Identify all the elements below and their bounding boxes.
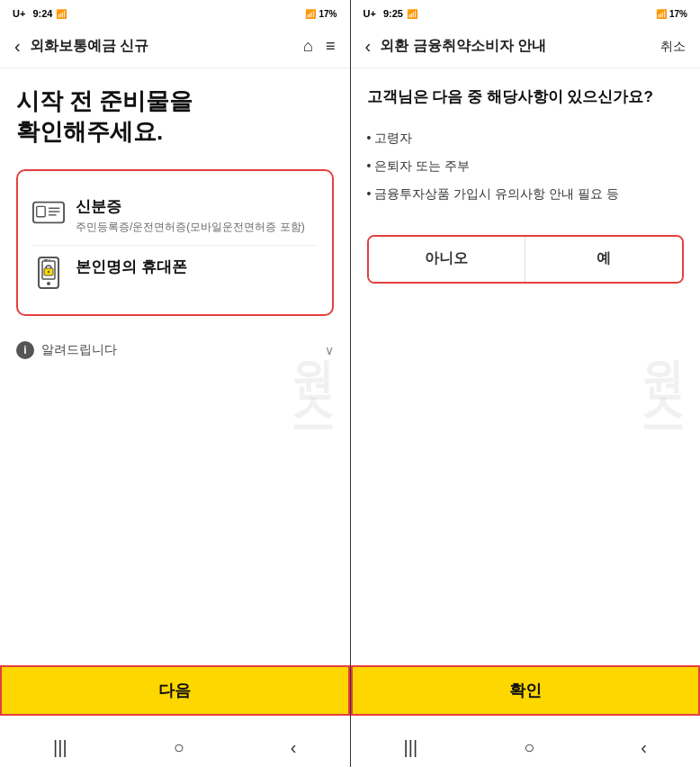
id-title: 신분증 [76, 196, 305, 217]
wifi-icon-left: 📶 [305, 9, 316, 19]
no-button[interactable]: 아니오 [369, 237, 526, 282]
notice-chevron-icon: ∨ [325, 343, 334, 357]
choice-row: 아니오 예 [367, 235, 685, 284]
bullet-item-3: 금융투자상품 가입시 유의사항 안내 필요 등 [367, 180, 685, 208]
question-title: 고객님은 다음 중 해당사항이 있으신가요? [367, 86, 685, 108]
confirm-button[interactable]: 확인 [351, 665, 701, 716]
status-bar-left: U+ 9:24 📶 📶 17% [0, 0, 350, 25]
left-phone: U+ 9:24 📶 📶 17% ‹ 외화보통예금 신규 ⌂ ≡ 원스 시작 전 … [0, 0, 351, 767]
phone-back-icon-left[interactable]: ‹ [291, 737, 297, 758]
nav-icons-left: ⌂ ≡ [303, 37, 335, 56]
nav-title-left: 외화보통예금 신규 [30, 37, 294, 56]
nav-bar-right: ‹ 외환 금융취약소비자 안내 취소 [351, 25, 701, 68]
notice-row[interactable]: i 알려드립니다 ∨ [16, 332, 334, 368]
time-left: 9:24 [32, 8, 52, 19]
id-desc: 주민등록증/운전면허증(모바일운전면허증 포함) [76, 220, 305, 235]
phone-nav-left: ||| ○ ‹ [0, 730, 350, 767]
checklist-text-phone: 본인명의 휴대폰 [76, 257, 187, 280]
svg-rect-1 [37, 206, 45, 216]
svg-rect-8 [44, 259, 48, 261]
battery-text-left: 17% [319, 9, 337, 19]
status-left: U+ 9:24 📶 [13, 8, 67, 19]
battery-text-right: 17% [669, 9, 687, 19]
notice-label: 알려드립니다 [41, 342, 318, 358]
back-button-right[interactable]: ‹ [365, 36, 372, 57]
wifi-icon-right: 📶 [656, 9, 667, 19]
content-left: 원스 시작 전 준비물을 확인해주세요. 신분 [0, 68, 350, 665]
svg-point-9 [49, 259, 50, 261]
bottom-btn-area-left: 다음 [0, 665, 350, 730]
next-button[interactable]: 다음 [0, 665, 350, 716]
right-phone: U+ 9:25 📶 📶 17% ‹ 외환 금융취약소비자 안내 취소 원스 고객… [351, 0, 701, 767]
time-right: 9:25 [383, 8, 403, 19]
bullet-item-2: 은퇴자 또는 주부 [367, 152, 685, 180]
checklist-item-phone: 본인명의 휴대폰 [32, 245, 318, 300]
bottom-btn-area-right: 확인 [351, 665, 701, 730]
phone-title: 본인명의 휴대폰 [76, 257, 187, 277]
phone-back-icon-right[interactable]: ‹ [641, 737, 647, 758]
menu-icon-left[interactable]: ≡ [326, 37, 336, 56]
phone-icon [32, 257, 65, 289]
svg-rect-0 [33, 202, 64, 222]
nav-title-right: 외환 금융취약소비자 안내 [380, 37, 651, 56]
content-right: 원스 고객님은 다음 중 해당사항이 있으신가요? 고령자 은퇴자 또는 주부 … [351, 68, 701, 665]
info-icon: i [16, 341, 34, 359]
home-icon-left[interactable]: ⌂ [303, 37, 313, 56]
phone-menu-icon-right[interactable]: ||| [404, 737, 418, 758]
carrier-right: U+ [363, 8, 376, 19]
main-heading: 시작 전 준비물을 확인해주세요. [16, 86, 334, 148]
svg-point-11 [48, 271, 49, 273]
back-button-left[interactable]: ‹ [14, 36, 21, 57]
checklist-item-id: 신분증 주민등록증/운전면허증(모바일운전면허증 포함) [32, 185, 318, 246]
bullet-list: 고령자 은퇴자 또는 주부 금융투자상품 가입시 유의사항 안내 필요 등 [367, 124, 685, 208]
phone-menu-icon-left[interactable]: ||| [53, 737, 67, 758]
cancel-button[interactable]: 취소 [660, 39, 686, 55]
yes-button[interactable]: 예 [525, 237, 682, 282]
status-left-right: U+ 9:25 📶 [363, 8, 417, 19]
watermark-right: 원스 [633, 328, 691, 407]
bullet-item-1: 고령자 [367, 124, 685, 152]
svg-point-7 [47, 282, 50, 285]
signal-icon-right: 📶 [407, 9, 417, 19]
checklist-text-id: 신분증 주민등록증/운전면허증(모바일운전면허증 포함) [76, 196, 305, 235]
phone-home-icon-left[interactable]: ○ [174, 737, 184, 758]
status-right-left: 📶 17% [305, 9, 337, 19]
signal-icon-left: 📶 [56, 9, 67, 19]
checklist-box: 신분증 주민등록증/운전면허증(모바일운전면허증 포함) [16, 169, 334, 317]
phone-nav-right: ||| ○ ‹ [351, 730, 701, 767]
status-right-right: 📶 17% [656, 9, 687, 19]
phone-home-icon-right[interactable]: ○ [524, 737, 534, 758]
id-card-icon [32, 196, 65, 229]
status-bar-right: U+ 9:25 📶 📶 17% [351, 0, 701, 25]
carrier-left: U+ [13, 8, 25, 19]
nav-bar-left: ‹ 외화보통예금 신규 ⌂ ≡ [0, 25, 350, 68]
